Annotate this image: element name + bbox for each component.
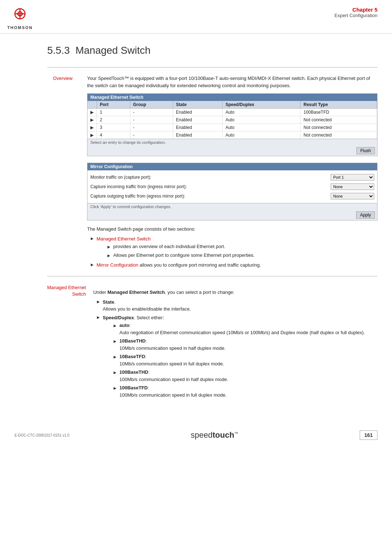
mirror-select[interactable]: NonePort 1Port 2Port 3Port 4 [331,183,374,190]
table-row[interactable]: ▶ 3 - Enabled Auto Not connected [87,124,377,131]
row-state: Enabled [173,116,222,124]
managed-ethernet-intro: Under Managed Ethernet Switch, you can s… [93,289,377,296]
sub-bullet-2: ▶ Allows per Ethernet port to configure … [104,252,377,259]
apply-button[interactable]: Apply [356,211,375,219]
mirror-config-header: Mirror Configuration [87,163,377,170]
managed-ethernet-label-col: Managed Ethernet Switch [47,284,93,401]
sub-bullet-1: ▶ provides an overview of each individua… [104,243,377,250]
main-content: Overview Your SpeedTouch™ is equipped wi… [0,67,392,401]
chapter-title: Chapter 5 [334,7,377,13]
sub-bullet-list-1: ▶ provides an overview of each individua… [104,243,377,259]
table-row[interactable]: ▶ 2 - Enabled Auto Not connected [87,116,377,124]
row-arrow: ▶ [87,131,97,139]
page-header: THOMSON Chapter 5 Expert Configuration [0,0,392,34]
page-title-area: 5.5.3 Managed Switch [0,34,392,64]
overview-text: Your SpeedTouch™ is equipped with a four… [87,75,377,89]
managed-ethernet-section-label: Managed Ethernet Switch [47,284,86,297]
chapter-subtitle: Expert Configuration [334,13,377,18]
10tfd-arrow: ▶ [114,354,117,360]
row-arrow: ▶ [87,116,97,124]
row-result: 100BaseTFD [301,109,377,116]
switch-table-header: Managed Ethernet Switch [87,94,377,101]
managed-item-speed: ▶ Speed/Duplex. Select either: ▶ auto: A… [93,314,377,400]
mirror-select-wrapper: NonePort 1Port 2Port 3Port 4 [331,183,374,190]
row-state: Enabled [173,131,222,139]
overview-label: Overview [53,75,80,81]
bullet-arrow-1: ▶ [91,236,94,240]
speed-auto: ▶ auto: Auto negotiation of Ethernet com… [110,322,377,336]
row-result: Not connected [301,131,377,139]
col-port: Port [97,101,130,109]
mirror-select[interactable]: Port 1Port 2Port 3Port 4 [331,174,374,181]
mirror-config-body: Monitor traffic on (capture port):Port 1… [87,170,377,203]
row-group: - [130,109,173,116]
overview-content: Your SpeedTouch™ is equipped with a four… [87,75,377,270]
switch-table-header-row: Port Group State Speed/Duplex Result Typ… [87,101,377,109]
sub-arrow-1: ▶ [107,244,110,250]
thomson-logo-icon [11,7,29,25]
mirror-row: Capture outgoing traffic from (egress mi… [87,191,377,201]
row-group: - [130,116,173,124]
10thd-arrow: ▶ [114,339,117,344]
table-row[interactable]: ▶ 4 - Enabled Auto Not connected [87,131,377,139]
row-group: - [130,124,173,131]
footer-brand: speedtouch™ [191,430,238,440]
speed-arrow: ▶ [97,315,100,319]
mirror-row-label: Capture incoming traffic from (ingress m… [90,184,331,189]
row-port: 1 [97,109,130,116]
state-arrow: ▶ [97,300,100,304]
brand-name: speedtouch™ [191,430,238,439]
mid-divider [47,276,377,276]
col-state: State [173,101,222,109]
flush-button[interactable]: Flush [356,147,375,154]
managed-ethernet-link[interactable]: Managed Ethernet Switch [97,236,151,242]
row-port: 2 [97,116,130,124]
speed-100thd: ▶ 100BaseTHD: 100Mb/s communication spee… [110,369,377,383]
speed-10tfd: ▶ 10BaseTFD: 10Mb/s communication speed … [110,353,377,367]
bullet-item-switch: ▶ Managed Ethernet Switch ▶ provides an … [87,235,377,260]
row-speed: Auto [222,131,301,139]
row-port: 3 [97,124,130,131]
mirror-config-link[interactable]: Mirror Configuration [97,262,138,268]
row-result: Not connected [301,116,377,124]
bullet-item-mirror: ▶ Mirror Configuration allows you to con… [87,262,377,269]
page-number: 161 [360,430,377,440]
mirror-select[interactable]: NonePort 1Port 2Port 3Port 4 [331,193,374,199]
mirror-config-container: Mirror Configuration Monitor traffic on … [87,163,377,220]
sub-arrow-2: ▶ [107,253,110,258]
100tfd-arrow: ▶ [114,385,117,391]
logo-text: THOMSON [7,25,33,30]
switch-table-container: Managed Ethernet Switch Port Group State… [87,93,377,156]
col-result: Result Type [301,101,377,109]
row-arrow: ▶ [87,124,97,131]
row-state: Enabled [173,109,222,116]
overview-label-col: Overview [47,75,87,270]
page-title: Managed Switch [75,45,151,56]
logo-area: THOMSON [7,7,33,30]
speed-sub-list: ▶ auto: Auto negotiation of Ethernet com… [110,322,377,398]
managed-item-state: ▶ State. Allows you to enable/disable th… [93,299,377,313]
col-arrow [87,101,97,109]
managed-ethernet-content: Under Managed Ethernet Switch, you can s… [93,284,377,401]
desc-intro: The Managed Switch page consists of two … [87,226,377,233]
speed-10thd: ▶ 10BaseTHD: 10Mb/s communication speed … [110,337,377,352]
bullet-arrow-2: ▶ [91,263,94,267]
row-port: 4 [97,131,130,139]
row-arrow: ▶ [87,109,97,116]
page-footer: E-DOC-CTC-20051017-0151 v1.0 speedtouch™… [0,423,392,447]
row-speed: Auto [222,124,301,131]
mirror-row-label: Capture outgoing traffic from (egress mi… [90,194,331,199]
mirror-config-footer: Click 'Apply' to commit configuration ch… [87,203,377,210]
mirror-select-wrapper: NonePort 1Port 2Port 3Port 4 [331,193,374,199]
mirror-row: Capture incoming traffic from (ingress m… [87,182,377,191]
mirror-row: Monitor traffic on (capture port):Port 1… [87,173,377,182]
switch-table-footer: Select an entry to change its configurat… [87,139,377,146]
table-row[interactable]: ▶ 1 - Enabled Auto 100BaseTFD [87,109,377,116]
chapter-info: Chapter 5 Expert Configuration [334,7,377,18]
speed-100tfd: ▶ 100BaseTFD: 100Mb/s communication spee… [110,384,377,398]
desc-bullet-list: ▶ Managed Ethernet Switch ▶ provides an … [87,235,377,269]
col-group: Group [130,101,173,109]
flush-row: Flush [87,146,377,156]
mirror-row-label: Monitor traffic on (capture port): [90,175,331,180]
footer-doc-number: E-DOC-CTC-20051017-0151 v1.0 [15,433,69,437]
